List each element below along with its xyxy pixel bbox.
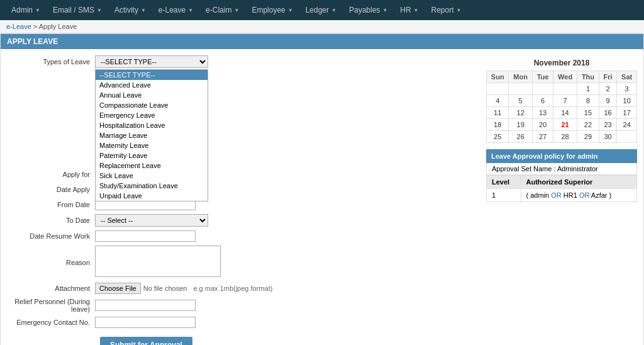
reason-row: Reason [7, 246, 474, 279]
nav-e-leave[interactable]: e-Leave ▼ [152, 0, 199, 20]
calendar-day[interactable]: 6 [532, 95, 553, 107]
approval-row: 1( admin OR HR1 OR Azfar ) [487, 189, 637, 202]
calendar-day[interactable]: 26 [509, 131, 532, 143]
calendar-day[interactable]: 24 [617, 119, 637, 131]
nav-payables[interactable]: Payables ▼ [343, 0, 394, 20]
calendar-day[interactable]: 30 [599, 131, 616, 143]
calendar-day[interactable]: 19 [509, 119, 532, 131]
nav-email-sms[interactable]: Email / SMS ▼ [47, 0, 108, 20]
calendar-day[interactable]: 28 [553, 131, 577, 143]
dd-hospitalization-leave[interactable]: Hospitalization Leave [96, 120, 208, 130]
date-resume-input [95, 230, 474, 242]
nav-admin[interactable]: Admin ▼ [5, 0, 47, 20]
dd-marriage-leave[interactable]: Marriage Leave [96, 130, 208, 140]
calendar-day [509, 83, 532, 95]
apply-leave-header: APPLY LEAVE [1, 34, 643, 49]
calendar-day[interactable]: 8 [577, 95, 599, 107]
calendar-day[interactable]: 9 [599, 95, 616, 107]
calendar-day[interactable]: 25 [487, 131, 509, 143]
calendar-day[interactable]: 29 [577, 131, 599, 143]
attachment-label: Attachment [7, 285, 95, 292]
dd-annual-leave[interactable]: Annual Leave [96, 90, 208, 100]
nav-report[interactable]: Report ▼ [425, 0, 468, 20]
calendar-day[interactable]: 11 [487, 107, 509, 119]
calendar-day[interactable]: 20 [532, 119, 553, 131]
calendar-day[interactable]: 23 [599, 119, 616, 131]
choose-file-button[interactable]: Choose File [95, 283, 141, 294]
calendar-day[interactable]: 13 [532, 107, 553, 119]
nav-activity[interactable]: Activity ▼ [108, 0, 152, 20]
breadcrumb-parent[interactable]: e-Leave [6, 23, 31, 30]
apply-leave-section: APPLY LEAVE Types of Leave --SELECT TYPE… [0, 33, 644, 345]
submit-button[interactable]: Submit for Approval [100, 337, 192, 345]
from-date-row: From Date [7, 199, 474, 210]
reason-textarea[interactable] [95, 246, 221, 277]
dd-replacement-leave[interactable]: Replacement Leave [96, 161, 208, 171]
calendar-day[interactable]: 17 [617, 107, 637, 119]
calendar-day [553, 83, 577, 95]
calendar-day[interactable]: 10 [617, 95, 637, 107]
attachment-row: Attachment Choose File No file chosen e.… [7, 283, 474, 294]
calendar-day[interactable]: 18 [487, 119, 509, 131]
calendar-day[interactable]: 16 [599, 107, 616, 119]
nav-ledger[interactable]: Ledger ▼ [299, 0, 343, 20]
dd-advanced-leave[interactable]: Advanced Leave [96, 80, 208, 90]
calendar-day[interactable]: 22 [577, 119, 599, 131]
reason-input [95, 246, 474, 279]
calendar-day[interactable]: 5 [509, 95, 532, 107]
calendar: November 2018 Sun Mon Tue Wed Thu Fri Sa… [486, 55, 637, 143]
form-and-calendar: Types of Leave --SELECT TYPE-- Advanced … [1, 49, 643, 345]
types-of-leave-select[interactable]: --SELECT TYPE-- Advanced Leave Annual Le… [95, 55, 208, 68]
nav-hr[interactable]: HR ▼ [394, 0, 425, 20]
calendar-body: 1234567891011121314151617181920212223242… [487, 83, 637, 143]
calendar-day[interactable]: 12 [509, 107, 532, 119]
calendar-day[interactable]: 2 [599, 83, 616, 95]
types-dropdown-overlay: --SELECT TYPE-- Advanced Leave Annual Le… [95, 69, 208, 201]
to-date-select[interactable]: -- Select -- [95, 214, 208, 227]
calendar-day[interactable]: 15 [577, 107, 599, 119]
dd-paternity-leave[interactable]: Paternity Leave [96, 150, 208, 161]
nav-e-claim[interactable]: e-Claim ▼ [199, 0, 245, 20]
date-resume-field[interactable] [95, 230, 196, 242]
approval-superior: ( admin OR HR1 OR Azfar ) [521, 189, 636, 202]
date-resume-label: Date Resume Work [7, 232, 95, 240]
dd-maternity-leave[interactable]: Maternity Leave [96, 140, 208, 150]
cal-sun: Sun [487, 71, 509, 83]
approval-body: 1( admin OR HR1 OR Azfar ) [487, 189, 637, 202]
calendar-day[interactable]: 3 [617, 83, 637, 95]
calendar-day[interactable]: 14 [553, 107, 577, 119]
approval-level: 1 [487, 189, 521, 202]
to-date-label: To Date [7, 217, 95, 224]
leave-form: Types of Leave --SELECT TYPE-- Advanced … [7, 55, 474, 345]
emergency-field[interactable] [95, 317, 196, 328]
calendar-day[interactable]: 21 [553, 119, 577, 131]
calendar-week-row: 11121314151617 [487, 107, 637, 119]
attachment-input: Choose File No file chosen e.g max 1mb(j… [95, 283, 474, 294]
nav-employee[interactable]: Employee ▼ [245, 0, 299, 20]
dd-emergency-leave[interactable]: Emergency Leave [96, 110, 208, 120]
emergency-row: Emergency Contact No. [7, 317, 474, 328]
dd-sick-leave[interactable]: Sick Leave [96, 171, 208, 181]
calendar-day[interactable]: 27 [532, 131, 553, 143]
calendar-day[interactable]: 4 [487, 95, 509, 107]
right-panel: November 2018 Sun Mon Tue Wed Thu Fri Sa… [486, 55, 637, 345]
approval-level-header: Level [487, 176, 521, 189]
cal-fri: Fri [599, 71, 616, 83]
dd-unpaid-leave[interactable]: Unpaid Leave [96, 191, 208, 201]
calendar-day[interactable]: 7 [553, 95, 577, 107]
dd-select-type[interactable]: --SELECT TYPE-- [96, 70, 208, 80]
dd-compassionate-leave[interactable]: Compassionate Leave [96, 100, 208, 110]
approval-policy-header: Leave Approval policy for admin [486, 149, 637, 163]
calendar-header-row: Sun Mon Tue Wed Thu Fri Sat [487, 71, 637, 83]
approval-set-value: Administrator [557, 165, 598, 172]
calendar-table: Sun Mon Tue Wed Thu Fri Sat 123456789101… [486, 71, 637, 143]
calendar-day [487, 83, 509, 95]
nav-activity-arrow: ▼ [141, 8, 146, 13]
dd-study-leave[interactable]: Study/Examination Leave [96, 181, 208, 191]
cal-thu: Thu [577, 71, 599, 83]
file-hint: e.g max 1mb(jpeg format) [193, 285, 272, 292]
nav-email-arrow: ▼ [97, 8, 102, 13]
calendar-day[interactable]: 1 [577, 83, 599, 95]
relief-field[interactable] [95, 300, 196, 311]
calendar-title: November 2018 [486, 55, 637, 71]
